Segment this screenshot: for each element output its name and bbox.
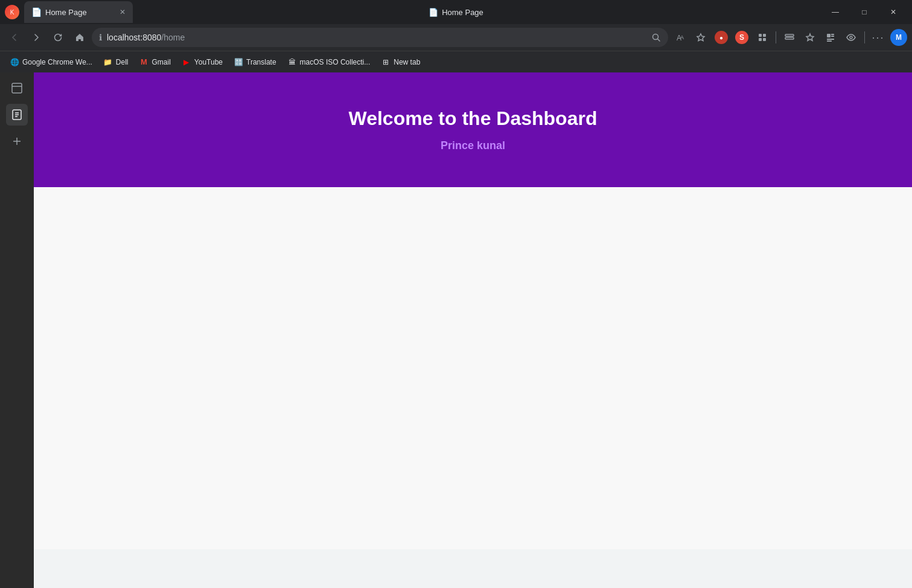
svg-rect-9: [785, 34, 794, 36]
browser-profile-icon[interactable]: K: [5, 5, 19, 19]
bookmark-youtube[interactable]: ▶ YouTube: [177, 54, 228, 70]
window-title-center: 📄 Home Page: [429, 8, 483, 17]
info-icon: ℹ: [99, 33, 102, 42]
nav-actions: AA ● S: [671, 28, 907, 47]
sidebar: [0, 72, 34, 588]
sidebar-notes-button[interactable]: [6, 104, 28, 126]
bookmark-newtab[interactable]: ⊞ New tab: [376, 54, 425, 70]
home-button[interactable]: [70, 28, 89, 47]
nav-divider-2: [864, 31, 865, 43]
bookmark-gmail[interactable]: M Gmail: [135, 54, 176, 70]
svg-rect-15: [827, 39, 834, 40]
svg-rect-7: [759, 38, 762, 41]
favorites-star-button[interactable]: [800, 28, 820, 47]
search-icon: [651, 33, 661, 42]
svg-text:A: A: [680, 34, 684, 40]
dell-icon: 📁: [103, 57, 113, 67]
favorites-button[interactable]: [691, 28, 710, 47]
bookmark-youtube-label: YouTube: [194, 58, 223, 66]
svg-rect-16: [827, 40, 832, 42]
svg-rect-10: [785, 37, 794, 39]
bookmark-macos-label: macOS ISO Collecti...: [300, 58, 371, 66]
window-title-icon: 📄: [429, 8, 438, 17]
url-path: /home: [161, 33, 185, 42]
bookmark-translate-label: Translate: [246, 58, 276, 66]
nav-bar: ℹ localhost:8080/home AA ● S: [0, 24, 912, 51]
tab-collections-button[interactable]: [780, 28, 799, 47]
svg-rect-12: [827, 34, 831, 37]
url-host: localhost:8080: [107, 33, 161, 42]
profile-initial: M: [896, 33, 902, 42]
newtab-icon: ⊞: [381, 57, 391, 67]
bookmark-chrome[interactable]: 🌐 Google Chrome We...: [5, 54, 97, 70]
svg-marker-4: [697, 34, 704, 41]
sidebar-add-button[interactable]: [6, 130, 28, 152]
read-aloud-button[interactable]: AA: [671, 28, 690, 47]
page-subtitle: Prince kunal: [441, 139, 505, 152]
macos-icon: 🏛: [287, 57, 297, 67]
immersive-reader-button[interactable]: [841, 28, 861, 47]
chrome-icon: 🌐: [10, 57, 19, 67]
page-title: Welcome to the Dashboard: [349, 107, 598, 130]
tab-icon: 📄: [31, 7, 42, 17]
svg-rect-18: [12, 83, 22, 93]
bookmark-translate[interactable]: 🔠 Translate: [229, 54, 281, 70]
collections-button[interactable]: [821, 28, 840, 47]
youtube-icon: ▶: [182, 57, 191, 67]
bookmark-macos[interactable]: 🏛 macOS ISO Collecti...: [282, 54, 375, 70]
svg-rect-13: [831, 34, 834, 35]
nav-divider: [776, 31, 776, 43]
profile-button[interactable]: M: [890, 29, 907, 46]
window-title-text: Home Page: [442, 8, 483, 17]
translate-icon: 🔠: [234, 57, 243, 67]
bookmark-dell[interactable]: 📁 Dell: [98, 54, 133, 70]
window-controls: — □ ✕: [821, 2, 907, 22]
bookmarks-bar: 🌐 Google Chrome We... 📁 Dell M Gmail ▶ Y…: [0, 51, 912, 72]
svg-line-1: [658, 39, 660, 42]
svg-rect-6: [763, 34, 766, 37]
forward-button[interactable]: [27, 28, 46, 47]
bookmark-chrome-label: Google Chrome We...: [22, 58, 92, 66]
maximize-button[interactable]: □: [850, 2, 878, 22]
extension-2-button[interactable]: S: [732, 28, 751, 47]
browser-body: Welcome to the Dashboard Prince kunal: [0, 72, 912, 588]
bookmark-dell-label: Dell: [116, 58, 129, 66]
svg-point-17: [850, 36, 852, 39]
title-bar: K 📄 Home Page ✕ 📄 Home Page — □ ✕: [0, 0, 912, 24]
tab-bar: 📄 Home Page ✕: [24, 1, 817, 23]
main-content: Welcome to the Dashboard Prince kunal: [34, 72, 912, 588]
svg-rect-14: [831, 36, 834, 37]
svg-rect-5: [759, 34, 762, 37]
bookmark-gmail-label: Gmail: [152, 58, 171, 66]
back-button[interactable]: [5, 28, 24, 47]
extensions-button[interactable]: [753, 28, 772, 47]
sidebar-tabs-button[interactable]: [6, 77, 28, 99]
page-body: [34, 187, 912, 549]
address-bar[interactable]: ℹ localhost:8080/home: [92, 28, 668, 47]
bookmark-newtab-label: New tab: [394, 58, 420, 66]
minimize-button[interactable]: —: [821, 2, 849, 22]
extension-1-button[interactable]: ●: [712, 28, 731, 47]
url-display: localhost:8080/home: [107, 33, 646, 42]
svg-rect-8: [763, 38, 766, 41]
close-button[interactable]: ✕: [879, 2, 907, 22]
more-options-button[interactable]: ···: [869, 28, 888, 47]
svg-marker-11: [806, 34, 814, 41]
page-header: Welcome to the Dashboard Prince kunal: [34, 72, 912, 187]
tab-title: Home Page: [45, 8, 116, 17]
reload-button[interactable]: [48, 28, 68, 47]
active-tab[interactable]: 📄 Home Page ✕: [24, 1, 133, 23]
tab-close-button[interactable]: ✕: [120, 8, 126, 16]
gmail-icon: M: [139, 57, 149, 67]
